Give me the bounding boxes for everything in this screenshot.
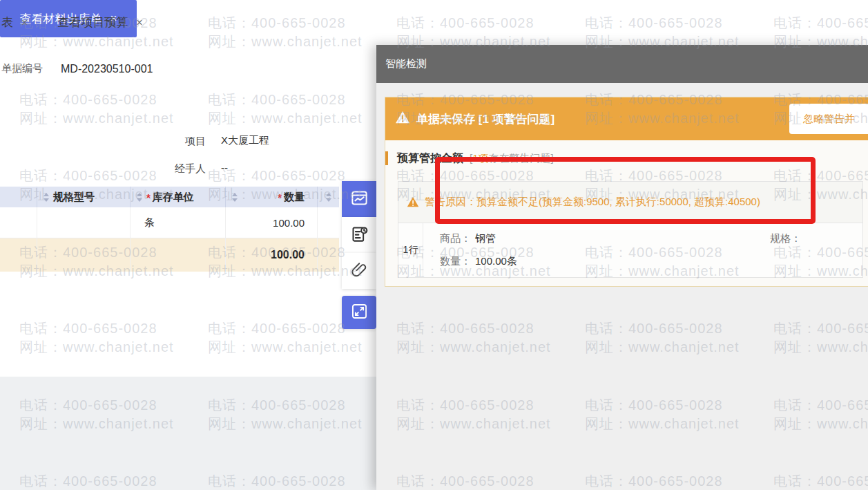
tab-label: 查看项目预算 <box>57 15 128 30</box>
smart-detect-button[interactable] <box>342 181 376 217</box>
doc-number-label: 单据编号 <box>1 62 43 75</box>
detail-table: 规格型号 * 库存单位 * 数量 <box>0 187 339 272</box>
sort-icon[interactable] <box>326 193 331 202</box>
banner-text: 单据未保存 [1 项警告问题] <box>416 111 554 127</box>
warning-reason-detail: 预算金额不足(预算金额:9500, 累计执行:50000, 超预算:40500) <box>476 196 760 209</box>
section-accent-bar <box>385 151 388 165</box>
handler-value: -- <box>221 162 228 173</box>
warning-item-row: 1行 商品：钢管 数量：100.00条 规格： <box>398 223 862 277</box>
quantity-value: 100.00条 <box>475 255 517 268</box>
product-label: 商品： <box>440 232 471 245</box>
warning-triangle-icon <box>395 111 410 127</box>
required-mark: * <box>146 191 151 203</box>
tab-project-budget[interactable]: 查看项目预算 × <box>41 0 159 45</box>
header-cell-qty[interactable]: * 数量 <box>226 187 318 207</box>
row-number: 1行 <box>398 223 423 277</box>
required-mark: * <box>278 191 282 203</box>
spec-label: 规格： <box>770 232 801 244</box>
panel-title: 智能检测 <box>385 57 427 70</box>
header-cell-spec[interactable]: 规格型号 <box>37 187 131 207</box>
tab-label: 表 <box>1 15 13 30</box>
cell-spec <box>37 207 131 238</box>
section-title: 预算管控金额 <box>397 151 463 166</box>
total-qty: 100.00 <box>226 238 318 272</box>
history-log-button[interactable] <box>342 217 376 253</box>
close-icon[interactable]: × <box>21 17 28 29</box>
sort-icon[interactable] <box>232 193 238 202</box>
product-value: 钢管 <box>475 232 496 245</box>
panel-header: 智能检测 <box>376 45 868 83</box>
sort-icon[interactable] <box>137 193 142 202</box>
table-total-row: 100.00 <box>0 238 339 272</box>
header-cell-rownum <box>0 187 37 207</box>
doc-number-row: 单据编号 MD-20230510-001 <box>1 62 153 75</box>
table-header-row: 规格型号 * 库存单位 * 数量 <box>0 187 339 207</box>
cell-unit: 条 <box>131 207 226 238</box>
header-cell-unit[interactable]: * 库存单位 <box>131 187 226 207</box>
smart-detection-panel: 智能检测 单据未保存 [1 项警告问题] 忽略警告并 预算管控金额 [1项存在警… <box>376 45 868 490</box>
header-label: 规格型号 <box>53 191 95 204</box>
tab-bar: 表 × 查看项目预算 × 查看材料出库单 × <box>0 0 868 45</box>
warning-card: 单据未保存 [1 项警告问题] 忽略警告并 预算管控金额 [1项存在警告问题] … <box>385 97 868 287</box>
section-title-row: 预算管控金额 [1项存在警告问题] <box>385 151 868 166</box>
section-issue-count: [1项存在警告问题] <box>470 152 554 165</box>
app-screen: 表 × 查看项目预算 × 查看材料出库单 × 单据编号 MD-20230510-… <box>0 0 868 490</box>
table-row: 条 100.00 <box>0 207 339 238</box>
header-label: 数量 <box>284 191 305 204</box>
project-value: X大厦工程 <box>221 134 269 147</box>
doc-clock-icon <box>350 225 369 246</box>
cell-qty: 100.00 <box>226 207 318 238</box>
warning-triangle-icon <box>407 196 419 208</box>
sort-icon[interactable] <box>44 193 49 202</box>
expand-button[interactable] <box>342 296 376 329</box>
attachment-button[interactable] <box>342 253 376 289</box>
warning-reason-label: 警告原因： <box>425 196 476 209</box>
quantity-label: 数量： <box>440 255 471 268</box>
side-toolbar <box>342 181 376 329</box>
header-label: 库存单位 <box>153 191 194 204</box>
tab-report-partial[interactable]: 表 × <box>1 0 28 45</box>
close-icon[interactable]: × <box>136 17 142 29</box>
warning-reason-row: 警告原因： 预算金额不足(预算金额:9500, 累计执行:50000, 超预算:… <box>398 182 862 223</box>
paperclip-icon <box>350 261 369 282</box>
doc-number-value: MD-20230510-001 <box>61 63 153 75</box>
project-label: 项目 <box>157 135 206 148</box>
ignore-warning-button[interactable]: 忽略警告并 <box>789 104 868 134</box>
header-cell-next-partial[interactable] <box>318 187 339 207</box>
chart-line-icon <box>350 189 369 210</box>
expand-arrows-icon <box>350 302 369 323</box>
handler-label: 经手人 <box>157 162 206 176</box>
warning-detail-box: 警告原因： 预算金额不足(预算金额:9500, 累计执行:50000, 超预算:… <box>398 181 863 278</box>
warning-banner: 单据未保存 [1 项警告问题] 忽略警告并 <box>385 97 868 140</box>
